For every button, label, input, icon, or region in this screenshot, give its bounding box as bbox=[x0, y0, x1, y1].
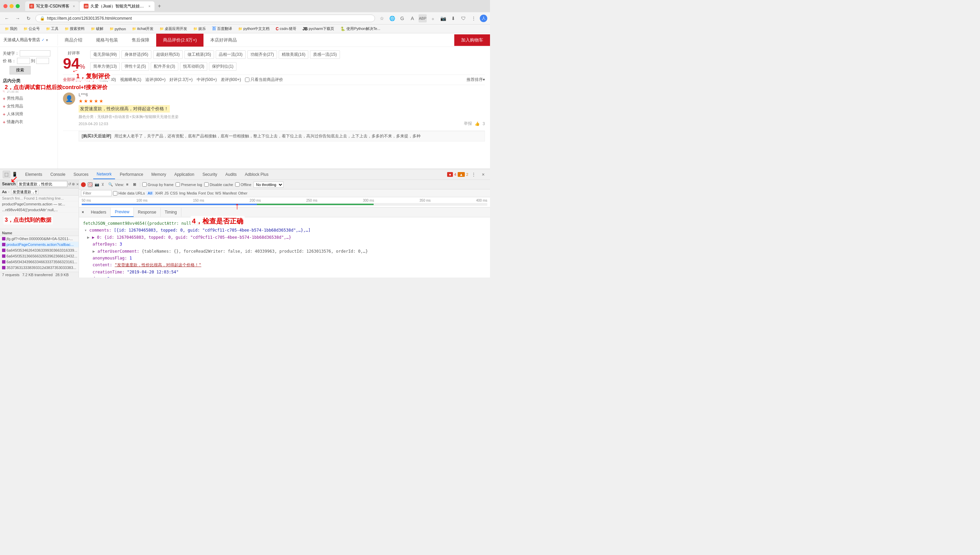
panel-tab-response[interactable]: Response bbox=[134, 208, 161, 217]
request-list-item-2[interactable]: 6a645f353136656632653962366613432... bbox=[0, 253, 79, 259]
devtools-tab-audits[interactable]: Audits bbox=[222, 170, 240, 179]
tag-4[interactable]: 品相一流(33) bbox=[216, 50, 245, 59]
filter-medium[interactable]: 中评(500+) bbox=[197, 77, 217, 83]
tag-9[interactable]: 弹性十足(5) bbox=[122, 62, 149, 71]
bookmark-my[interactable]: 📁我的 bbox=[3, 26, 19, 32]
category-lube[interactable]: + 人体润滑 bbox=[3, 110, 55, 118]
devtools-search-input[interactable]: 发货速度款，性价比 bbox=[17, 181, 67, 187]
extension-3[interactable]: A bbox=[408, 14, 416, 22]
refresh-button[interactable]: ↻ bbox=[24, 14, 33, 22]
category-female[interactable]: + 女性用品 bbox=[3, 103, 55, 110]
filter-followup[interactable]: 追评(800+) bbox=[145, 77, 165, 83]
panel-close-button[interactable]: × bbox=[79, 209, 87, 216]
keyword-input[interactable] bbox=[20, 50, 50, 56]
filter-tag-img[interactable]: Img bbox=[179, 191, 185, 195]
devtools-more-icon[interactable]: ⋮ bbox=[469, 170, 478, 178]
devtools-tab-network[interactable]: Network bbox=[93, 170, 115, 179]
new-tab-button[interactable]: + bbox=[155, 2, 163, 10]
offline-checkbox[interactable]: Offline bbox=[235, 182, 251, 187]
shop-tab-service[interactable]: 售后保障 bbox=[125, 34, 156, 47]
tag-1[interactable]: 身体舒适(95) bbox=[122, 50, 151, 59]
extension-6[interactable]: 🛡 bbox=[459, 14, 468, 22]
filter-pics[interactable]: 晒图(130) bbox=[98, 77, 116, 83]
category-condom[interactable]: + 安全套 bbox=[3, 87, 55, 95]
bookmark-search[interactable]: 📁搜索资料 bbox=[63, 26, 87, 32]
bookmark-pycharm[interactable]: JBpycharm下载页 bbox=[300, 26, 337, 32]
tag-8[interactable]: 简单方便(13) bbox=[90, 62, 120, 71]
bookmark-crack[interactable]: 📁破解 bbox=[89, 26, 106, 32]
request-item-0[interactable]: productPageComments.action — sc... bbox=[0, 201, 79, 207]
group-by-frame-checkbox[interactable]: Group by frame bbox=[142, 182, 174, 187]
menu-button[interactable]: ⋮ bbox=[469, 14, 478, 22]
view-list-icon[interactable]: ≡ bbox=[126, 182, 131, 187]
devtools-tab-console[interactable]: Console bbox=[47, 170, 69, 179]
tag-6[interactable]: 精致美观(16) bbox=[279, 50, 308, 59]
panel-tab-preview[interactable]: Preview bbox=[111, 207, 134, 217]
current-product-only-checkbox[interactable]: 只看当前商品评价 bbox=[245, 77, 283, 83]
store-dropdown-icon[interactable]: ▾ bbox=[46, 38, 48, 43]
panel-tab-headers[interactable]: Headers bbox=[87, 208, 111, 217]
hide-data-urls-checkbox[interactable]: Hide data URLs bbox=[113, 191, 145, 196]
bookmark-python[interactable]: 📁python bbox=[108, 26, 128, 32]
filter-tag-manifest[interactable]: Manifest bbox=[223, 191, 237, 195]
bookmark-csdn[interactable]: Ccsdn-猪哥 bbox=[273, 26, 299, 32]
request-list-item-selected[interactable]: productPageComments.action?callbac... bbox=[0, 242, 79, 247]
bookmark-entertainment[interactable]: 📁娱乐 bbox=[191, 26, 208, 32]
devtools-close-icon[interactable]: × bbox=[479, 170, 487, 178]
shop-tab-reviews[interactable]: 商品评价(2.9万+) bbox=[156, 34, 204, 47]
record-button[interactable] bbox=[81, 182, 86, 187]
devtools-tab-adblock[interactable]: Adblock Plus bbox=[242, 170, 272, 179]
search-close-icon[interactable]: × bbox=[76, 181, 79, 187]
search-button[interactable]: 搜索 bbox=[10, 66, 31, 74]
address-bar[interactable]: 🔒 https://item.jd.com/1263013576.html#co… bbox=[35, 14, 375, 22]
request-list-item-1[interactable]: 6a645f353462643363399303663316339... bbox=[0, 247, 79, 253]
clear-button[interactable]: 🚫 bbox=[88, 182, 93, 187]
minimize-button[interactable] bbox=[10, 4, 14, 8]
devtools-inspect-icon[interactable]: ⬚ bbox=[3, 171, 10, 178]
search-clear-icon[interactable]: ⊗ bbox=[72, 182, 75, 186]
filter-tag-ws[interactable]: WS bbox=[215, 191, 221, 195]
tag-12[interactable]: 保护到位(1) bbox=[209, 62, 236, 71]
tag-5[interactable]: 功能齐全(27) bbox=[247, 50, 277, 59]
tag-11[interactable]: 悦耳动听(3) bbox=[180, 62, 207, 71]
filter-bad[interactable]: 差评(800+) bbox=[221, 77, 241, 83]
filter-tag-xhr[interactable]: XHR bbox=[155, 191, 163, 195]
bookmark-desktop[interactable]: 📁桌面应用开发 bbox=[157, 26, 189, 32]
devtools-tab-performance[interactable]: Performance bbox=[116, 170, 147, 179]
filter-tag-other[interactable]: Other bbox=[238, 191, 248, 195]
extension-1[interactable]: 🌐 bbox=[388, 14, 396, 22]
tag-10[interactable]: 配件齐全(3) bbox=[151, 62, 178, 71]
search-text-input[interactable] bbox=[11, 189, 39, 194]
network-filter-input[interactable] bbox=[81, 190, 112, 196]
disable-cache-checkbox[interactable]: Disable cache bbox=[204, 182, 233, 187]
panel-tab-timing[interactable]: Timing bbox=[161, 208, 182, 217]
shop-tab-goodreviews[interactable]: 本店好评商品 bbox=[204, 34, 244, 47]
price-min-input[interactable] bbox=[17, 58, 30, 64]
request-list-item-4[interactable]: 353736313338393312d3837353033383... bbox=[0, 265, 79, 271]
tag-0[interactable]: 毫无异味(99) bbox=[90, 50, 120, 59]
category-male[interactable]: + 男性用品 bbox=[3, 95, 55, 103]
account-button[interactable]: 人 bbox=[480, 14, 487, 22]
shop-tab-spec[interactable]: 规格与包装 bbox=[89, 34, 125, 47]
bookmark-baidu[interactable]: 百百度翻译 bbox=[210, 25, 234, 32]
request-item-1[interactable]: ...nt98vv4654({'productAttr':null,... bbox=[0, 207, 79, 213]
tag-7[interactable]: 质感一流(15) bbox=[310, 50, 340, 59]
bookmark-python-doc[interactable]: 📁python中文文档 bbox=[236, 26, 272, 32]
devtools-tab-memory[interactable]: Memory bbox=[148, 170, 169, 179]
bookmark-gzh[interactable]: 📁公众号 bbox=[21, 26, 42, 32]
filter-tag-media[interactable]: Media bbox=[187, 191, 197, 195]
tab-close-2[interactable]: × bbox=[148, 4, 150, 8]
extension-5[interactable]: ⬦ bbox=[429, 14, 437, 22]
tab-close-1[interactable]: × bbox=[73, 4, 75, 8]
bookmark-star[interactable]: ☆ bbox=[378, 14, 386, 22]
forward-button[interactable]: → bbox=[14, 14, 22, 22]
search-network-button[interactable]: 🔍 bbox=[108, 182, 113, 187]
maximize-button[interactable] bbox=[16, 4, 20, 8]
devtools-tab-sources[interactable]: Sources bbox=[70, 170, 92, 179]
bookmark-itchat[interactable]: 📁itchat开发 bbox=[130, 26, 156, 32]
filter-tag-all[interactable]: All bbox=[146, 191, 154, 196]
tag-3[interactable]: 做工精湛(35) bbox=[185, 50, 214, 59]
bookmark-tools[interactable]: 📁工具 bbox=[44, 26, 61, 32]
devtools-tab-application[interactable]: Application bbox=[171, 170, 198, 179]
report-button[interactable]: 举报 bbox=[464, 121, 472, 127]
